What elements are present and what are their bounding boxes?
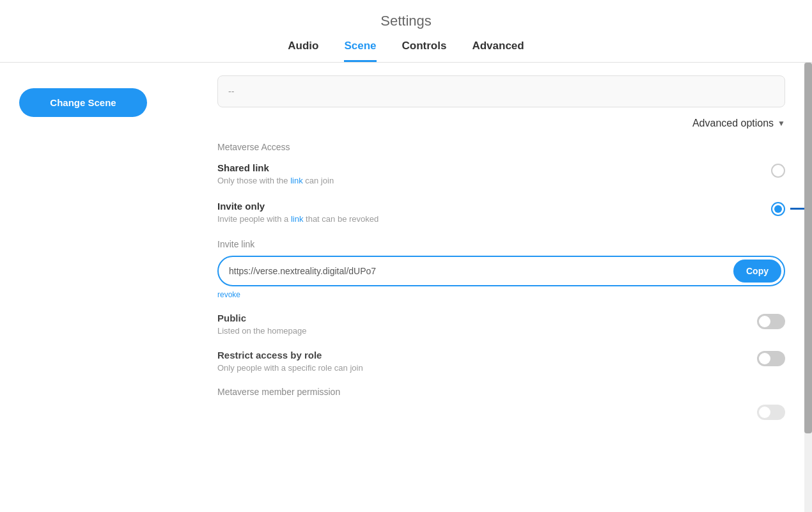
restrict-access-toggle[interactable] [757, 351, 785, 366]
arrow-line [790, 208, 804, 210]
invite-only-wrapper: Invite only Invite people with a link th… [217, 201, 785, 226]
public-toggle-row: Public Listed on the homepage [217, 313, 785, 336]
restrict-access-text: Restrict access by role Only people with… [217, 350, 363, 373]
tab-advanced[interactable]: Advanced [472, 40, 524, 62]
public-desc-text: Listed on the homepage [217, 326, 307, 336]
member-permission-toggle[interactable] [757, 405, 785, 420]
advanced-options-label: Advanced options [692, 118, 774, 129]
advanced-options-button[interactable]: Advanced options ▼ [692, 118, 785, 129]
scrollbar-thumb[interactable] [804, 63, 812, 433]
restrict-access-desc: Only people with a specific role can joi… [217, 363, 363, 373]
shared-link-desc: Only those with the link can join [217, 176, 771, 185]
metaverse-access-title: Metaverse Access [217, 142, 785, 152]
invite-only-desc: Invite people with a link that can be re… [217, 214, 771, 224]
shared-link-desc-link[interactable]: link [290, 176, 303, 185]
shared-link-label: Shared link [217, 162, 771, 173]
invite-link-input-row: Copy [217, 256, 785, 286]
copy-button[interactable]: Copy [733, 260, 781, 283]
tab-scene[interactable]: Scene [344, 40, 376, 62]
tab-audio[interactable]: Audio [288, 40, 318, 62]
invite-only-option: Invite only Invite people with a link th… [217, 201, 785, 226]
change-scene-button[interactable]: Change Scene [19, 88, 147, 117]
shared-link-option: Shared link Only those with the link can… [217, 162, 785, 188]
tabs-nav: Audio Scene Controls Advanced [0, 40, 812, 62]
public-desc: Listed on the homepage [217, 326, 307, 336]
left-sidebar: Change Scene [0, 63, 205, 512]
invite-only-desc-end: that can be revoked [303, 214, 379, 224]
invite-only-radio-area [771, 201, 785, 216]
scrollbar-track[interactable] [804, 63, 812, 512]
invite-only-text: Invite only Invite people with a link th… [217, 201, 771, 224]
invite-link-label: Invite link [217, 239, 785, 249]
member-permission-toggle-row [217, 403, 785, 420]
restrict-access-desc-text: Only people with a specific role can joi… [217, 363, 363, 373]
restrict-access-label: Restrict access by role [217, 350, 363, 361]
content-area: -- Advanced options ▼ Metaverse Access S… [205, 63, 804, 512]
invite-link-input[interactable] [219, 258, 731, 284]
invite-only-radio[interactable] [771, 202, 785, 216]
shared-link-desc-plain: Only those with the [217, 176, 290, 185]
top-input-field[interactable]: -- [217, 75, 785, 107]
invite-only-desc-link[interactable]: link [291, 214, 304, 224]
invite-only-label: Invite only [217, 201, 771, 212]
shared-link-radio[interactable] [771, 164, 785, 178]
public-toggle[interactable] [757, 314, 785, 329]
invite-link-section: Invite link Copy revoke [217, 239, 785, 300]
tab-controls[interactable]: Controls [402, 40, 447, 62]
revoke-link[interactable]: revoke [217, 290, 240, 299]
shared-link-desc-end: can join [303, 176, 334, 185]
public-text: Public Listed on the homepage [217, 313, 307, 336]
settings-header: Settings Audio Scene Controls Advanced [0, 0, 812, 63]
public-label: Public [217, 313, 307, 323]
main-layout: Change Scene -- Advanced options ▼ Metav… [0, 63, 812, 512]
advanced-options-row: Advanced options ▼ [217, 118, 785, 129]
chevron-down-icon: ▼ [777, 119, 785, 128]
member-permission-title: Metaverse member permission [217, 387, 785, 397]
page-title: Settings [0, 13, 812, 29]
invite-only-desc-plain: Invite people with a [217, 214, 291, 224]
restrict-access-toggle-row: Restrict access by role Only people with… [217, 350, 785, 373]
arrow-annotation [790, 203, 804, 213]
metaverse-access-section: Metaverse Access Shared link Only those … [217, 142, 785, 226]
top-input-value: -- [228, 86, 234, 97]
shared-link-text: Shared link Only those with the link can… [217, 162, 771, 185]
